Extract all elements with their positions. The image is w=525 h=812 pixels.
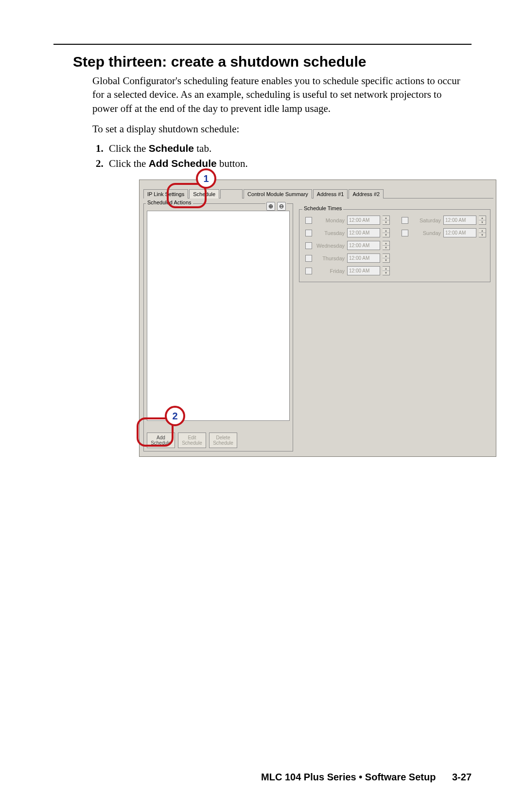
checkbox-thursday (305, 255, 312, 262)
instruction-lead: To set a display shutdown schedule: (92, 122, 462, 136)
checkbox-saturday (402, 217, 408, 224)
spinner-monday: ▲▼ (383, 216, 390, 225)
time-friday: 12:00 AM (347, 266, 380, 275)
spinner-sunday: ▲▼ (479, 228, 486, 237)
label-sunday: Sunday (411, 230, 441, 236)
day-monday-row: Monday 12:00 AM ▲▼ (305, 216, 390, 225)
section-heading: Step thirteen: create a shutdown schedul… (73, 54, 472, 70)
schedule-times-legend: Schedule Times (302, 205, 343, 211)
checkbox-monday (305, 217, 312, 224)
day-thursday-row: Thursday 12:00 AM ▲▼ (305, 253, 390, 263)
label-monday: Monday (315, 217, 345, 223)
time-monday: 12:00 AM (347, 216, 380, 225)
scheduled-actions-list[interactable] (147, 211, 290, 421)
scheduled-actions-tools: ⊕ ⊖ (265, 202, 287, 211)
intro-paragraph: Global Configurator's scheduling feature… (92, 74, 462, 115)
label-saturday: Saturday (411, 217, 441, 223)
checkbox-sunday (402, 230, 408, 236)
label-wednesday: Wednesday (315, 243, 345, 249)
checkbox-wednesday (305, 242, 312, 249)
footer-title: MLC 104 Plus Series • Software Setup (261, 772, 436, 782)
spinner-friday: ▲▼ (383, 266, 390, 275)
time-tuesday: 12:00 AM (347, 228, 380, 237)
time-wednesday: 12:00 AM (347, 241, 380, 250)
page-footer: MLC 104 Plus Series • Software Setup 3-2… (261, 772, 472, 783)
edit-schedule-button: Edit Schedule (178, 433, 206, 448)
footer-page-number: 3-27 (452, 772, 472, 782)
label-friday: Friday (315, 268, 345, 274)
spinner-tuesday: ▲▼ (383, 228, 390, 237)
spinner-saturday: ▲▼ (479, 216, 486, 225)
label-thursday: Thursday (315, 255, 345, 261)
callout-badge-1: 1 (196, 168, 216, 189)
tab-control-module-summary[interactable]: Control Module Summary (244, 189, 312, 198)
time-sunday: 12:00 AM (443, 228, 476, 237)
spinner-wednesday: ▲▼ (383, 241, 390, 250)
day-sunday-row: Sunday 12:00 AM ▲▼ (402, 228, 486, 237)
app-screenshot: 1 2 IP Link Settings Schedule Control Mo… (139, 180, 496, 457)
tab-address-2[interactable]: Address #2 (349, 189, 384, 198)
checkbox-friday (305, 268, 312, 274)
spinner-thursday: ▲▼ (383, 253, 390, 263)
schedule-times-group: Schedule Times Monday 12:00 AM ▲▼ Tuesda… (299, 209, 490, 282)
collapse-icon[interactable]: ⊖ (277, 202, 286, 211)
tab-hidden[interactable] (220, 189, 243, 198)
delete-schedule-button: Delete Schedule (209, 433, 237, 448)
expand-icon[interactable]: ⊕ (266, 202, 275, 211)
day-friday-row: Friday 12:00 AM ▲▼ (305, 266, 390, 275)
tab-address-1[interactable]: Address #1 (313, 189, 348, 198)
day-wednesday-row: Wednesday 12:00 AM ▲▼ (305, 241, 390, 250)
step-2: Click the Add Schedule button. (106, 158, 472, 170)
step-list: Click the Schedule tab. Click the Add Sc… (92, 143, 472, 170)
day-tuesday-row: Tuesday 12:00 AM ▲▼ (305, 228, 390, 237)
document-page: Step thirteen: create a shutdown schedul… (0, 0, 525, 812)
day-saturday-row: Saturday 12:00 AM ▲▼ (402, 216, 486, 225)
time-thursday: 12:00 AM (347, 253, 380, 263)
step-1: Click the Schedule tab. (106, 143, 472, 155)
checkbox-tuesday (305, 230, 312, 236)
top-rule (53, 44, 472, 45)
time-saturday: 12:00 AM (443, 216, 476, 225)
label-tuesday: Tuesday (315, 230, 345, 236)
